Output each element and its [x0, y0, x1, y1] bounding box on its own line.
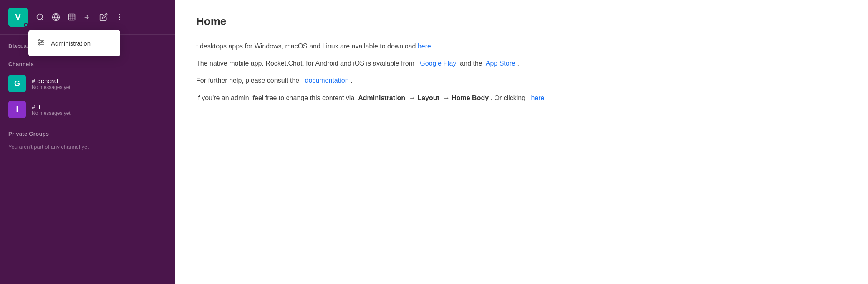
- line3: The native mobile app, Rocket.Chat, for …: [196, 58, 847, 69]
- line5-bold1: Administration: [358, 94, 405, 101]
- line5: If you're an admin, feel free to change …: [196, 92, 847, 104]
- content-body: t desktops apps for Windows, macOS and L…: [196, 41, 847, 104]
- channel-name-general: # general: [32, 77, 71, 84]
- more-icon[interactable]: [115, 13, 124, 21]
- dropdown-item-administration[interactable]: Administration: [28, 33, 120, 54]
- app-store-link[interactable]: App Store: [484, 60, 517, 67]
- line2: t desktops apps for Windows, macOS and L…: [196, 41, 847, 52]
- page-title: Home: [196, 15, 847, 28]
- channel-sub-general: No messages yet: [32, 84, 71, 90]
- line2-link[interactable]: here: [418, 43, 433, 50]
- line5-arrow1: →: [409, 94, 416, 101]
- svg-point-19: [39, 43, 40, 45]
- search-icon[interactable]: [36, 13, 44, 21]
- channel-item-it[interactable]: I # it No messages yet: [0, 96, 175, 122]
- administration-icon: [37, 38, 45, 48]
- compose-icon[interactable]: [99, 13, 108, 21]
- globe-icon[interactable]: [52, 13, 60, 21]
- channel-text-it: # it No messages yet: [32, 103, 71, 116]
- header-icons: [36, 13, 167, 21]
- line5-bold3: Home Body: [452, 94, 489, 101]
- channel-icon-general: G: [8, 75, 26, 92]
- svg-point-17: [39, 39, 40, 41]
- line5-suffix: . Or clicking: [491, 94, 526, 101]
- private-groups-empty-text: You aren't part of any channel yet: [0, 140, 175, 153]
- main-content: Home t desktops apps for Windows, macOS …: [175, 0, 868, 284]
- private-groups-section-label: Private Groups: [0, 122, 175, 140]
- line3-prefix: The native mobile app, Rocket.Chat, for …: [196, 60, 414, 67]
- channel-name-it: # it: [32, 103, 71, 110]
- line5-bold2: Layout: [417, 94, 439, 101]
- avatar-letter: V: [15, 13, 20, 22]
- dropdown-menu: Administration: [28, 30, 120, 56]
- svg-point-11: [119, 14, 120, 15]
- line4-prefix: For further help, please consult the: [196, 77, 299, 84]
- avatar-status-dot: [24, 23, 28, 27]
- sort-icon[interactable]: [83, 13, 92, 21]
- sidebar-header: V: [0, 0, 175, 35]
- channel-icon-it: I: [8, 101, 26, 118]
- line5-arrow2: →: [443, 94, 450, 101]
- line2-prefix: t desktops apps for Windows, macOS and L…: [196, 43, 416, 50]
- table-icon[interactable]: [68, 13, 76, 21]
- administration-label: Administration: [51, 40, 91, 47]
- sidebar: V: [0, 0, 175, 284]
- line4: For further help, please consult the doc…: [196, 75, 847, 86]
- svg-point-13: [119, 19, 120, 20]
- svg-rect-4: [69, 14, 75, 20]
- avatar[interactable]: V: [8, 8, 28, 27]
- svg-line-1: [42, 19, 43, 20]
- svg-point-18: [42, 41, 43, 43]
- google-play-link[interactable]: Google Play: [418, 60, 458, 67]
- channel-text-general: # general No messages yet: [32, 77, 71, 90]
- documentation-link[interactable]: documentation: [303, 77, 351, 84]
- channel-sub-it: No messages yet: [32, 110, 71, 116]
- here-link[interactable]: here: [529, 94, 544, 101]
- svg-point-12: [119, 17, 120, 18]
- channel-item-general[interactable]: G # general No messages yet: [0, 71, 175, 96]
- line5-prefix: If you're an admin, feel free to change …: [196, 94, 354, 101]
